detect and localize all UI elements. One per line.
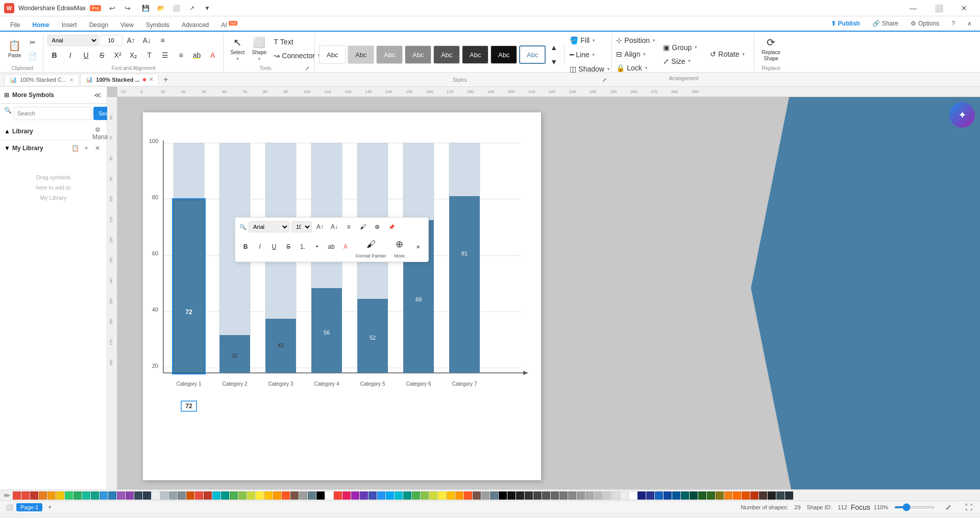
color-swatch[interactable]: [551, 491, 559, 500]
color-swatch[interactable]: [638, 491, 646, 500]
color-swatch[interactable]: [39, 491, 47, 500]
close-button[interactable]: ✕: [952, 0, 976, 16]
format-painter-button[interactable]: 🖌: [362, 235, 380, 253]
color-swatch[interactable]: [395, 491, 403, 500]
add-tab-button[interactable]: +: [160, 74, 172, 86]
color-swatch[interactable]: [360, 491, 368, 500]
increase-font-button[interactable]: A↑: [124, 34, 138, 47]
group-button[interactable]: ▣ Group ▼: [663, 41, 709, 54]
color-swatch[interactable]: [481, 491, 489, 500]
connector-button[interactable]: ↝ Connector ▼: [271, 49, 311, 62]
color-swatch[interactable]: [672, 491, 680, 500]
color-swatch[interactable]: [438, 491, 446, 500]
subscript-button[interactable]: X₂: [127, 49, 141, 62]
color-swatch[interactable]: [299, 491, 307, 500]
style-3[interactable]: Abc: [376, 45, 403, 64]
shadow-button[interactable]: ◫ Shadow ▼: [568, 62, 608, 76]
float-unordered-list[interactable]: •: [311, 241, 323, 253]
my-library-add-button[interactable]: +: [81, 143, 91, 153]
chart-paper[interactable]: 100 80 60 40 20: [143, 112, 541, 480]
float-bold[interactable]: B: [239, 241, 252, 253]
shape-button[interactable]: ⬜ Shape ▼: [249, 34, 270, 63]
strikethrough-button[interactable]: S: [95, 49, 109, 62]
color-swatch[interactable]: [412, 491, 420, 500]
color-swatch[interactable]: [30, 491, 38, 500]
float-pin-button[interactable]: 📌: [385, 221, 398, 233]
color-swatch[interactable]: [594, 491, 602, 500]
float-highlight[interactable]: ab: [325, 241, 337, 253]
color-swatch[interactable]: [160, 491, 168, 500]
float-close[interactable]: ✕: [412, 241, 424, 253]
manage-button[interactable]: ⚙ Manage: [92, 126, 103, 136]
tab-doc-2[interactable]: 📊 100% Stacked ... ✕: [80, 74, 159, 85]
styles-expand-button[interactable]: ⤢: [600, 76, 608, 84]
color-swatch[interactable]: [403, 491, 411, 500]
color-swatch[interactable]: [82, 491, 90, 500]
bold-button[interactable]: B: [47, 49, 62, 62]
color-swatch[interactable]: [369, 491, 377, 500]
add-page-button[interactable]: +: [44, 502, 55, 512]
position-button[interactable]: ⊹ Position ▼: [616, 34, 662, 47]
color-swatch[interactable]: [629, 491, 637, 500]
color-swatch[interactable]: [308, 491, 316, 500]
color-swatch[interactable]: [681, 491, 689, 500]
rotate-button[interactable]: ↺ Rotate ▼: [710, 48, 751, 61]
ordered-list-button[interactable]: ≡: [174, 49, 188, 62]
color-swatch[interactable]: [646, 491, 654, 500]
color-swatch[interactable]: [316, 491, 325, 500]
fullscreen-button[interactable]: ⛶: [962, 501, 976, 514]
style-4[interactable]: Abc: [405, 45, 431, 64]
color-swatch[interactable]: [611, 491, 620, 500]
tab-doc-1[interactable]: 📊 100% Stacked C... ✕: [4, 74, 79, 85]
float-font-color[interactable]: A: [339, 241, 352, 253]
highlight-button[interactable]: ab: [190, 49, 204, 62]
color-swatch[interactable]: [247, 491, 255, 500]
color-swatch[interactable]: [664, 491, 672, 500]
tab-home[interactable]: Home: [26, 19, 55, 32]
text-style-button[interactable]: T: [142, 49, 157, 62]
color-swatch[interactable]: [742, 491, 750, 500]
minimize-button[interactable]: —: [901, 0, 925, 16]
publish-button[interactable]: ⬆ Publish: [827, 18, 864, 29]
share-quick-button[interactable]: ↗: [185, 1, 199, 15]
color-swatch[interactable]: [750, 491, 758, 500]
color-swatch[interactable]: [464, 491, 472, 500]
color-swatch[interactable]: [178, 491, 186, 500]
float-increase-font[interactable]: A↑: [314, 221, 326, 233]
color-swatch[interactable]: [238, 491, 247, 500]
select-button[interactable]: ↖ Select ▼: [228, 34, 248, 63]
color-swatch[interactable]: [342, 491, 351, 500]
color-swatch[interactable]: [108, 491, 116, 500]
search-input[interactable]: [14, 107, 91, 120]
color-swatch[interactable]: [568, 491, 576, 500]
color-swatch[interactable]: [429, 491, 437, 500]
redo-button[interactable]: ↪: [120, 1, 135, 15]
color-swatch[interactable]: [100, 491, 108, 500]
color-swatch[interactable]: [776, 491, 785, 500]
float-format-painter[interactable]: 🖌: [357, 221, 369, 233]
style-5[interactable]: Abc: [433, 45, 460, 64]
undo-button[interactable]: ↩: [105, 1, 119, 15]
color-swatch[interactable]: [716, 491, 724, 500]
more-options-button[interactable]: ⊕: [390, 235, 409, 253]
color-swatch[interactable]: [785, 491, 793, 500]
color-swatch[interactable]: [282, 491, 290, 500]
float-underline[interactable]: U: [268, 241, 280, 253]
color-swatch[interactable]: [264, 491, 273, 500]
color-swatch[interactable]: [91, 491, 99, 500]
color-swatch[interactable]: [490, 491, 498, 500]
replace-shape-button[interactable]: ⟳ ReplaceShape: [758, 35, 783, 63]
line-button[interactable]: ━ Line ▼: [568, 48, 608, 61]
color-swatch[interactable]: [204, 491, 212, 500]
tools-expand-button[interactable]: ⤢: [303, 64, 311, 72]
color-swatch[interactable]: [230, 491, 238, 500]
color-swatch[interactable]: [126, 491, 134, 500]
float-italic[interactable]: I: [254, 241, 266, 253]
fill-button[interactable]: 🪣 Fill ▼: [568, 34, 608, 47]
color-swatch[interactable]: [768, 491, 776, 500]
color-swatch[interactable]: [65, 491, 73, 500]
color-swatch[interactable]: [186, 491, 194, 500]
color-swatch[interactable]: [499, 491, 507, 500]
paste-button[interactable]: 📋 Paste: [5, 35, 24, 63]
tab-symbols[interactable]: Symbols: [140, 19, 176, 32]
